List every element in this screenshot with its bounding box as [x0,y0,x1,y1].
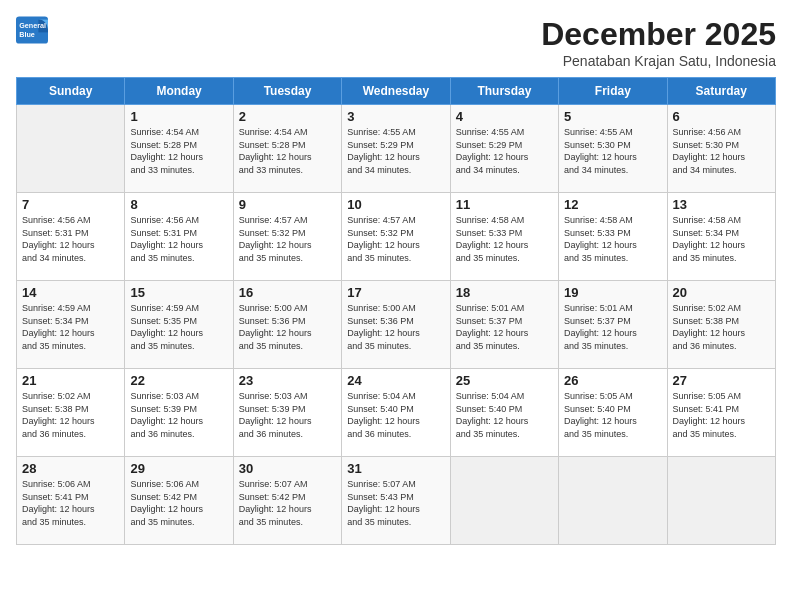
header: General Blue December 2025 Penataban Kra… [16,16,776,69]
calendar-cell: 24Sunrise: 5:04 AM Sunset: 5:40 PM Dayli… [342,369,450,457]
calendar-cell: 28Sunrise: 5:06 AM Sunset: 5:41 PM Dayli… [17,457,125,545]
cell-info: Sunrise: 5:06 AM Sunset: 5:42 PM Dayligh… [130,478,227,528]
days-header-row: SundayMondayTuesdayWednesdayThursdayFrid… [17,78,776,105]
day-number: 14 [22,285,119,300]
cell-info: Sunrise: 4:55 AM Sunset: 5:29 PM Dayligh… [456,126,553,176]
svg-text:General: General [19,21,46,30]
calendar-cell: 11Sunrise: 4:58 AM Sunset: 5:33 PM Dayli… [450,193,558,281]
calendar-cell [17,105,125,193]
day-number: 9 [239,197,336,212]
day-number: 25 [456,373,553,388]
day-number: 10 [347,197,444,212]
calendar-cell: 7Sunrise: 4:56 AM Sunset: 5:31 PM Daylig… [17,193,125,281]
cell-info: Sunrise: 4:57 AM Sunset: 5:32 PM Dayligh… [239,214,336,264]
calendar-body: 1Sunrise: 4:54 AM Sunset: 5:28 PM Daylig… [17,105,776,545]
cell-info: Sunrise: 4:58 AM Sunset: 5:33 PM Dayligh… [456,214,553,264]
day-number: 15 [130,285,227,300]
cell-info: Sunrise: 4:56 AM Sunset: 5:31 PM Dayligh… [22,214,119,264]
day-header-monday: Monday [125,78,233,105]
calendar-cell: 3Sunrise: 4:55 AM Sunset: 5:29 PM Daylig… [342,105,450,193]
day-number: 21 [22,373,119,388]
day-number: 17 [347,285,444,300]
cell-info: Sunrise: 5:01 AM Sunset: 5:37 PM Dayligh… [456,302,553,352]
cell-info: Sunrise: 4:54 AM Sunset: 5:28 PM Dayligh… [130,126,227,176]
cell-info: Sunrise: 5:03 AM Sunset: 5:39 PM Dayligh… [239,390,336,440]
logo: General Blue [16,16,48,44]
calendar-cell: 2Sunrise: 4:54 AM Sunset: 5:28 PM Daylig… [233,105,341,193]
calendar-cell [667,457,775,545]
calendar-cell: 26Sunrise: 5:05 AM Sunset: 5:40 PM Dayli… [559,369,667,457]
calendar-cell: 6Sunrise: 4:56 AM Sunset: 5:30 PM Daylig… [667,105,775,193]
cell-info: Sunrise: 5:00 AM Sunset: 5:36 PM Dayligh… [239,302,336,352]
svg-text:Blue: Blue [19,30,35,39]
cell-info: Sunrise: 5:06 AM Sunset: 5:41 PM Dayligh… [22,478,119,528]
cell-info: Sunrise: 4:58 AM Sunset: 5:34 PM Dayligh… [673,214,770,264]
calendar-cell: 1Sunrise: 4:54 AM Sunset: 5:28 PM Daylig… [125,105,233,193]
day-number: 1 [130,109,227,124]
week-row-1: 1Sunrise: 4:54 AM Sunset: 5:28 PM Daylig… [17,105,776,193]
day-number: 8 [130,197,227,212]
cell-info: Sunrise: 4:59 AM Sunset: 5:35 PM Dayligh… [130,302,227,352]
calendar-cell: 27Sunrise: 5:05 AM Sunset: 5:41 PM Dayli… [667,369,775,457]
day-header-tuesday: Tuesday [233,78,341,105]
week-row-5: 28Sunrise: 5:06 AM Sunset: 5:41 PM Dayli… [17,457,776,545]
cell-info: Sunrise: 5:02 AM Sunset: 5:38 PM Dayligh… [22,390,119,440]
cell-info: Sunrise: 4:55 AM Sunset: 5:29 PM Dayligh… [347,126,444,176]
cell-info: Sunrise: 4:56 AM Sunset: 5:31 PM Dayligh… [130,214,227,264]
day-number: 16 [239,285,336,300]
day-number: 13 [673,197,770,212]
day-number: 27 [673,373,770,388]
cell-info: Sunrise: 5:07 AM Sunset: 5:43 PM Dayligh… [347,478,444,528]
day-header-friday: Friday [559,78,667,105]
logo-icon: General Blue [16,16,48,44]
calendar-cell: 15Sunrise: 4:59 AM Sunset: 5:35 PM Dayli… [125,281,233,369]
cell-info: Sunrise: 5:04 AM Sunset: 5:40 PM Dayligh… [456,390,553,440]
week-row-3: 14Sunrise: 4:59 AM Sunset: 5:34 PM Dayli… [17,281,776,369]
day-number: 19 [564,285,661,300]
day-header-wednesday: Wednesday [342,78,450,105]
calendar-cell: 22Sunrise: 5:03 AM Sunset: 5:39 PM Dayli… [125,369,233,457]
cell-info: Sunrise: 4:57 AM Sunset: 5:32 PM Dayligh… [347,214,444,264]
calendar-cell: 12Sunrise: 4:58 AM Sunset: 5:33 PM Dayli… [559,193,667,281]
week-row-4: 21Sunrise: 5:02 AM Sunset: 5:38 PM Dayli… [17,369,776,457]
calendar-cell: 17Sunrise: 5:00 AM Sunset: 5:36 PM Dayli… [342,281,450,369]
month-title: December 2025 [541,16,776,53]
calendar-cell: 30Sunrise: 5:07 AM Sunset: 5:42 PM Dayli… [233,457,341,545]
week-row-2: 7Sunrise: 4:56 AM Sunset: 5:31 PM Daylig… [17,193,776,281]
calendar-cell: 10Sunrise: 4:57 AM Sunset: 5:32 PM Dayli… [342,193,450,281]
cell-info: Sunrise: 5:00 AM Sunset: 5:36 PM Dayligh… [347,302,444,352]
calendar-cell: 23Sunrise: 5:03 AM Sunset: 5:39 PM Dayli… [233,369,341,457]
day-header-saturday: Saturday [667,78,775,105]
cell-info: Sunrise: 5:05 AM Sunset: 5:41 PM Dayligh… [673,390,770,440]
calendar-cell: 14Sunrise: 4:59 AM Sunset: 5:34 PM Dayli… [17,281,125,369]
calendar-cell: 29Sunrise: 5:06 AM Sunset: 5:42 PM Dayli… [125,457,233,545]
day-number: 22 [130,373,227,388]
day-number: 18 [456,285,553,300]
cell-info: Sunrise: 5:07 AM Sunset: 5:42 PM Dayligh… [239,478,336,528]
day-number: 31 [347,461,444,476]
day-number: 6 [673,109,770,124]
cell-info: Sunrise: 5:04 AM Sunset: 5:40 PM Dayligh… [347,390,444,440]
day-header-sunday: Sunday [17,78,125,105]
cell-info: Sunrise: 4:56 AM Sunset: 5:30 PM Dayligh… [673,126,770,176]
day-number: 12 [564,197,661,212]
calendar-cell [559,457,667,545]
day-number: 5 [564,109,661,124]
day-header-thursday: Thursday [450,78,558,105]
calendar-cell: 25Sunrise: 5:04 AM Sunset: 5:40 PM Dayli… [450,369,558,457]
day-number: 29 [130,461,227,476]
day-number: 4 [456,109,553,124]
cell-info: Sunrise: 4:54 AM Sunset: 5:28 PM Dayligh… [239,126,336,176]
day-number: 2 [239,109,336,124]
calendar-cell: 20Sunrise: 5:02 AM Sunset: 5:38 PM Dayli… [667,281,775,369]
cell-info: Sunrise: 5:01 AM Sunset: 5:37 PM Dayligh… [564,302,661,352]
day-number: 23 [239,373,336,388]
day-number: 20 [673,285,770,300]
calendar-cell: 5Sunrise: 4:55 AM Sunset: 5:30 PM Daylig… [559,105,667,193]
day-number: 3 [347,109,444,124]
title-area: December 2025 Penataban Krajan Satu, Ind… [541,16,776,69]
day-number: 28 [22,461,119,476]
day-number: 30 [239,461,336,476]
calendar-cell: 9Sunrise: 4:57 AM Sunset: 5:32 PM Daylig… [233,193,341,281]
day-number: 26 [564,373,661,388]
